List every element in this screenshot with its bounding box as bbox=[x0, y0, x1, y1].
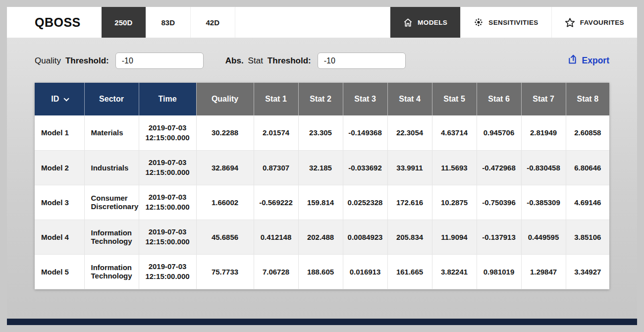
cell-stat-8: 2.60858 bbox=[566, 115, 609, 150]
cell-stat-3: 0.0252328 bbox=[343, 185, 387, 220]
cell-time: 2019-07-03 12:15:00.000 bbox=[139, 254, 196, 289]
column-header-label: ID bbox=[51, 95, 59, 103]
cell-stat-2: 32.185 bbox=[298, 150, 343, 185]
column-header-stat-5[interactable]: Stat 5 bbox=[432, 83, 477, 115]
cell-stat-2: 202.488 bbox=[298, 220, 343, 254]
cell-stat-8: 6.80646 bbox=[566, 150, 609, 185]
menu-item-label: SENSITIVITIES bbox=[488, 19, 538, 26]
models-table: IDSectorTimeQualityStat 1Stat 2Stat 3Sta… bbox=[35, 83, 609, 289]
cell-stat-6: 0.981019 bbox=[477, 254, 521, 289]
column-header-quality[interactable]: Quality bbox=[196, 83, 254, 115]
cell-stat-1: 0.412148 bbox=[254, 220, 298, 254]
column-header-stat-3[interactable]: Stat 3 bbox=[343, 83, 387, 115]
abs-threshold-label: Threshold: bbox=[268, 56, 311, 66]
column-header-label: Stat 8 bbox=[577, 95, 598, 103]
cell-stat-5: 11.9094 bbox=[432, 220, 477, 254]
menu-item-label: FAVOURITES bbox=[580, 19, 624, 26]
cell-stat-2: 159.814 bbox=[298, 185, 343, 220]
app-window: QBOSS 250D83D42D MODELSSENSITIVITIESFAVO… bbox=[7, 7, 637, 325]
table-row: Model 4Information Technology2019-07-03 … bbox=[35, 220, 609, 254]
column-header-id[interactable]: ID bbox=[35, 83, 84, 115]
stat-label: Stat bbox=[248, 56, 263, 66]
cell-time: 2019-07-03 12:15:00.000 bbox=[139, 220, 196, 254]
cell-stat-5: 11.5693 bbox=[432, 150, 477, 185]
cell-quality: 1.66002 bbox=[196, 185, 254, 220]
column-header-label: Time bbox=[158, 95, 176, 103]
quality-threshold-input[interactable] bbox=[115, 53, 204, 69]
column-header-stat-8[interactable]: Stat 8 bbox=[566, 83, 609, 115]
cell-stat-4: 33.9911 bbox=[387, 150, 432, 185]
column-header-label: Stat 5 bbox=[443, 95, 465, 103]
cell-stat-8: 3.34927 bbox=[566, 254, 609, 289]
export-icon bbox=[567, 55, 578, 67]
cell-stat-4: 161.665 bbox=[387, 254, 432, 289]
cell-time: 2019-07-03 12:15:00.000 bbox=[139, 115, 196, 150]
menu-item-models[interactable]: MODELS bbox=[390, 7, 460, 38]
period-tabs: 250D83D42D bbox=[102, 7, 235, 38]
column-header-stat-4[interactable]: Stat 4 bbox=[387, 83, 432, 115]
column-header-time[interactable]: Time bbox=[139, 83, 196, 115]
cell-stat-4: 22.3054 bbox=[387, 115, 432, 150]
table-row: Model 3Consumer Discretionary2019-07-03 … bbox=[35, 185, 609, 220]
chevron-down-icon bbox=[64, 96, 69, 101]
column-header-label: Stat 6 bbox=[488, 95, 510, 103]
column-header-stat-7[interactable]: Stat 7 bbox=[521, 83, 566, 115]
cell-stat-6: -0.472968 bbox=[477, 150, 521, 185]
column-header-stat-1[interactable]: Stat 1 bbox=[254, 83, 298, 115]
cell-sector: Industrials bbox=[84, 150, 139, 185]
cell-stat-4: 172.616 bbox=[387, 185, 432, 220]
home-icon bbox=[403, 18, 413, 27]
cell-stat-8: 3.85106 bbox=[566, 220, 609, 254]
menu-item-label: MODELS bbox=[418, 19, 447, 26]
menu-item-sensitivities[interactable]: SENSITIVITIES bbox=[460, 7, 551, 38]
app-logo: QBOSS bbox=[7, 7, 102, 38]
filter-bar: Quality Threshold: Abs. Stat Threshold: … bbox=[35, 53, 609, 69]
quality-threshold-label: Threshold: bbox=[65, 56, 109, 66]
cell-stat-2: 23.305 bbox=[298, 115, 343, 150]
topbar-spacer bbox=[235, 7, 390, 38]
cell-stat-2: 188.605 bbox=[298, 254, 343, 289]
export-button[interactable]: Export bbox=[567, 55, 609, 67]
column-header-label: Stat 4 bbox=[399, 95, 421, 103]
cell-stat-7: 1.29847 bbox=[521, 254, 566, 289]
main-menu: MODELSSENSITIVITIESFAVOURITES bbox=[390, 7, 637, 38]
footer-bar bbox=[7, 319, 637, 325]
cell-sector: Information Technology bbox=[84, 254, 139, 289]
cell-time: 2019-07-03 12:15:00.000 bbox=[139, 150, 196, 185]
cell-stat-1: 2.01574 bbox=[254, 115, 298, 150]
cell-sector: Consumer Discretionary bbox=[84, 185, 139, 220]
abs-stat-threshold-input[interactable] bbox=[318, 53, 406, 69]
tab-42d[interactable]: 42D bbox=[191, 7, 235, 38]
table-row: Model 5Information Technology2019-07-03 … bbox=[35, 254, 609, 289]
content-area: Quality Threshold: Abs. Stat Threshold: … bbox=[7, 38, 637, 319]
cell-id: Model 5 bbox=[35, 254, 84, 289]
column-header-stat-2[interactable]: Stat 2 bbox=[298, 83, 343, 115]
column-header-label: Stat 3 bbox=[354, 95, 376, 103]
star-icon bbox=[565, 17, 575, 28]
cell-id: Model 2 bbox=[35, 150, 84, 185]
cell-stat-3: -0.033692 bbox=[343, 150, 387, 185]
column-header-label: Quality bbox=[212, 95, 238, 103]
column-header-label: Stat 2 bbox=[310, 95, 331, 103]
cell-stat-5: 3.82241 bbox=[432, 254, 477, 289]
column-header-label: Sector bbox=[99, 95, 124, 103]
cell-stat-8: 4.69146 bbox=[566, 185, 609, 220]
cell-quality: 45.6856 bbox=[196, 220, 254, 254]
cell-stat-7: -0.385309 bbox=[521, 185, 566, 220]
abs-label: Abs. bbox=[225, 56, 244, 66]
cell-stat-3: -0.149368 bbox=[343, 115, 387, 150]
cell-stat-1: 0.87307 bbox=[254, 150, 298, 185]
column-header-stat-6[interactable]: Stat 6 bbox=[477, 83, 521, 115]
cell-time: 2019-07-03 12:15:00.000 bbox=[139, 185, 196, 220]
cell-quality: 32.8694 bbox=[196, 150, 254, 185]
cell-sector: Materials bbox=[84, 115, 139, 150]
menu-item-favourites[interactable]: FAVOURITES bbox=[551, 7, 637, 38]
tab-250d[interactable]: 250D bbox=[102, 7, 146, 38]
cell-stat-5: 4.63714 bbox=[432, 115, 477, 150]
cell-quality: 75.7733 bbox=[196, 254, 254, 289]
table-header-row: IDSectorTimeQualityStat 1Stat 2Stat 3Sta… bbox=[35, 83, 609, 115]
tab-83d[interactable]: 83D bbox=[146, 7, 191, 38]
cell-id: Model 1 bbox=[35, 115, 84, 150]
column-header-sector[interactable]: Sector bbox=[84, 83, 139, 115]
cell-stat-3: 0.0084923 bbox=[343, 220, 387, 254]
